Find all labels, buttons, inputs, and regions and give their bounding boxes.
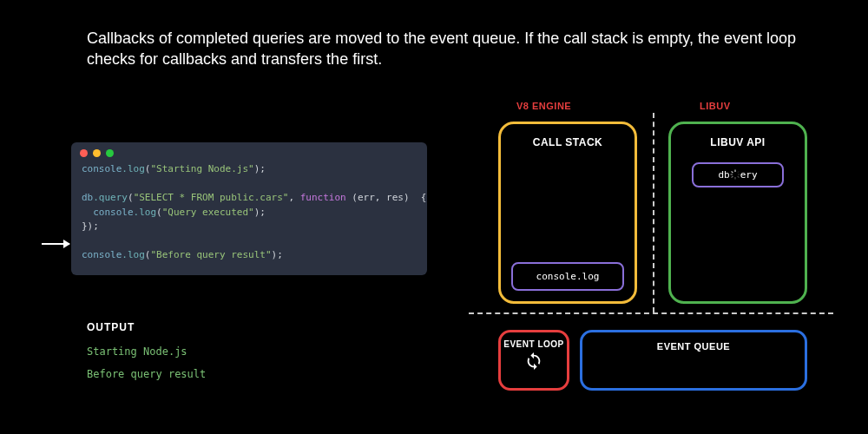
code-token: ); xyxy=(254,207,266,218)
code-token: "SELECT * FROM public.cars" xyxy=(134,192,289,203)
loading-spinner-icon xyxy=(730,169,740,180)
code-token: function xyxy=(300,192,346,203)
event-queue-title: EVENT QUEUE xyxy=(582,332,805,352)
code-token: .log xyxy=(122,163,145,174)
libuv-api-title: LIBUV API xyxy=(671,124,805,148)
output-line: Before query result xyxy=(87,368,206,380)
svg-rect-7 xyxy=(737,171,739,173)
call-stack-frame: console.log xyxy=(511,262,624,291)
code-token: .log xyxy=(134,207,157,218)
output-line: Starting Node.js xyxy=(87,345,206,358)
code-token: console xyxy=(82,163,122,174)
event-queue-box: EVENT QUEUE xyxy=(580,330,807,391)
libuv-pending-item: dbery xyxy=(692,162,784,187)
loop-icon xyxy=(501,352,567,373)
libuv-label: LIBUV xyxy=(700,101,731,111)
code-token: console xyxy=(93,207,133,218)
call-stack-title: CALL STACK xyxy=(501,124,635,148)
window-traffic-lights xyxy=(71,142,427,161)
svg-rect-5 xyxy=(737,176,739,178)
svg-rect-6 xyxy=(731,176,733,178)
libuv-item-prefix: db xyxy=(718,169,729,181)
code-token: , xyxy=(288,192,299,203)
caption-text: Callbacks of completed queries are moved… xyxy=(87,28,816,70)
code-token: ); xyxy=(272,249,283,260)
svg-rect-2 xyxy=(730,174,733,175)
maximize-icon xyxy=(106,149,114,157)
region-divider-bottom xyxy=(469,312,833,314)
event-loop-title: EVENT LOOP xyxy=(501,332,567,350)
code-token xyxy=(82,207,93,218)
code-editor: console.log("Starting Node.js"); db.quer… xyxy=(71,142,427,275)
code-token: }); xyxy=(82,220,99,232)
code-token: .log xyxy=(122,249,145,260)
current-line-arrow xyxy=(42,243,69,245)
close-icon xyxy=(80,149,88,157)
code-token: console xyxy=(82,249,122,260)
region-divider xyxy=(653,113,654,312)
code-block: console.log("Starting Node.js"); db.quer… xyxy=(71,161,427,266)
code-token: db xyxy=(82,192,93,203)
event-loop-box: EVENT LOOP xyxy=(498,330,569,391)
code-token: "Starting Node.js" xyxy=(150,163,253,174)
output-title: OUTPUT xyxy=(87,321,206,333)
libuv-item-suffix: ery xyxy=(740,169,758,181)
libuv-api-box: LIBUV API dbery xyxy=(668,122,807,304)
svg-rect-4 xyxy=(731,171,733,173)
code-token: .query xyxy=(93,192,128,203)
code-token: (err, res) { xyxy=(346,192,427,203)
output-panel: OUTPUT Starting Node.js Before query res… xyxy=(87,321,206,391)
svg-rect-1 xyxy=(734,177,735,180)
svg-rect-0 xyxy=(734,170,735,173)
call-stack-box: CALL STACK console.log xyxy=(498,122,637,304)
code-token: ( xyxy=(156,207,162,218)
v8-engine-label: V8 ENGINE xyxy=(516,101,571,111)
code-token: "Before query result" xyxy=(150,249,271,260)
minimize-icon xyxy=(93,149,101,157)
code-token: "Query executed" xyxy=(162,207,254,218)
code-token: ( xyxy=(128,192,134,203)
code-token: ); xyxy=(254,163,266,174)
